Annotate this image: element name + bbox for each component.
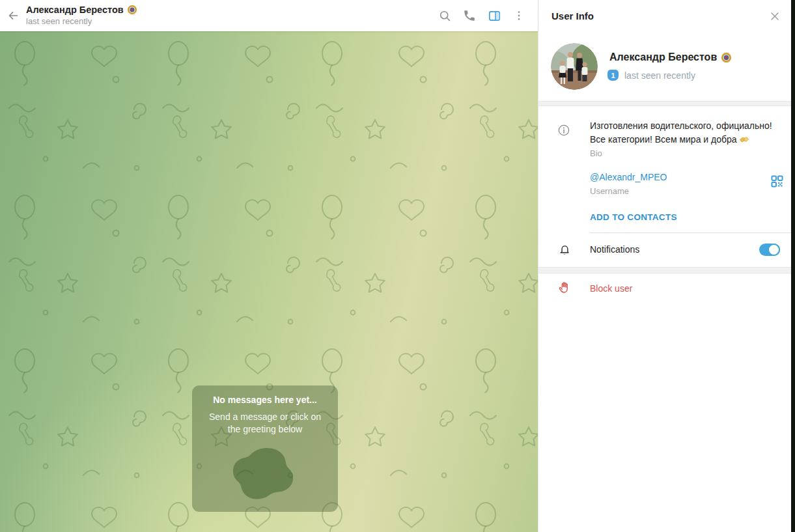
close-panel-button[interactable] [766,8,783,25]
profile-name-row: Александр Берестов [609,51,732,63]
profile-status-row: 1 last seen recently [607,70,695,81]
sidebar-toggle-button[interactable] [482,3,507,29]
empty-chat-line1: Send a message or click on [209,411,321,423]
handshake-emoji [739,135,749,143]
search-icon [438,9,452,23]
police-cockade-emoji [127,5,137,15]
notifications-toggle[interactable] [759,244,780,256]
police-cockade-emoji [721,52,732,63]
username-value[interactable]: @Alexandr_MPEO [590,171,778,184]
topbar-actions [432,3,538,29]
back-arrow-icon [6,8,20,23]
bio-text-line1: Изготовления водительского, официально! [590,119,778,133]
panel-title: User Info [551,10,594,21]
user-info-panel: User Info [538,0,791,532]
chat-wallpaper: No messages here yet... Send a message o… [0,31,538,532]
profile-name: Александр Берестов [609,51,717,63]
section-separator [538,267,791,273]
kebab-menu-icon [512,9,525,22]
chat-peer-info[interactable]: Александр Берестов last seen recently [26,4,137,27]
empty-chat-line2: the greeting below [228,423,302,436]
chat-menu-button[interactable] [507,3,531,29]
sidebar-toggle-icon [488,9,501,23]
phone-icon [463,9,476,22]
profile-last-seen: last seen recently [624,70,695,81]
block-user-row[interactable]: Block user [538,273,791,305]
close-icon [768,10,781,23]
chat-peer-name: Александр Берестов [26,4,124,16]
chat-peer-status: last seen recently [26,16,137,27]
info-circle-icon [557,124,570,139]
toggle-knob [768,244,780,256]
emoji-status-badge: 1 [607,70,619,81]
back-button[interactable] [0,0,26,31]
section-separator [538,101,791,106]
profile-section: Александр Берестов 1 last seen recently [538,31,791,101]
stop-hand-icon [557,281,572,298]
panel-header: User Info [538,0,791,31]
username-field[interactable]: @Alexandr_MPEO Username [590,171,778,196]
info-section: Изготовления водительского, официально! … [538,106,791,232]
bio-field[interactable]: Изготовления водительского, официально! … [590,119,778,158]
profile-avatar[interactable] [551,43,598,90]
qr-code-icon [770,174,785,189]
notifications-row[interactable]: Notifications [538,233,791,267]
chat-column: Александр Берестов last seen recently [0,0,538,532]
username-label: Username [590,186,778,196]
avatar-photo [551,43,598,90]
bio-text-line2: Все категории! Всем мира и добра [590,133,778,147]
qr-code-button[interactable] [768,172,786,190]
chat-topbar: Александр Берестов last seen recently [0,0,538,31]
block-user-label: Block user [590,283,632,294]
telegram-app: Александр Берестов last seen recently [0,0,795,532]
greeting-sticker-placeholder[interactable] [216,445,314,508]
search-button[interactable] [432,3,457,29]
empty-chat-title: No messages here yet... [213,395,317,405]
add-to-contacts-button[interactable]: ADD TO CONTACTS [590,212,778,222]
screen-edge-strip [791,0,795,532]
empty-chat-card: No messages here yet... Send a message o… [192,385,338,512]
notifications-label: Notifications [590,244,639,255]
bio-label: Bio [590,148,778,158]
bell-icon [557,242,572,259]
call-button[interactable] [457,3,482,29]
